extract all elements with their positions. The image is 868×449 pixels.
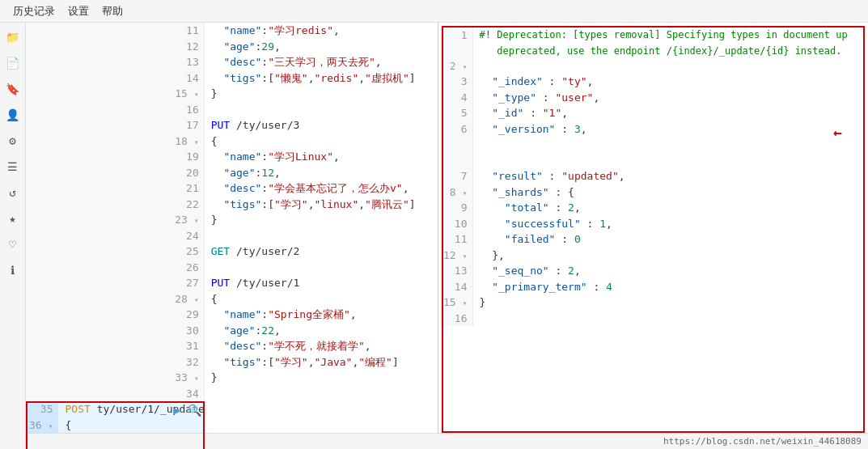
line-number: 1 <box>440 28 473 44</box>
table-row: 34 <box>26 386 438 402</box>
line-content: "successful" : 1, <box>473 216 866 232</box>
line-content: "tigs":["学习","Java","编程"] <box>205 354 438 371</box>
sidebar-icon-4[interactable]: 👤 <box>2 104 24 126</box>
line-number: 9 <box>440 200 473 216</box>
line-content: "desc":"学会基本忘记了，怎么办v", <box>205 180 438 197</box>
line-number: 12 <box>26 39 205 55</box>
line-content: "age":29, <box>205 39 438 55</box>
line-number: 11 <box>440 231 473 248</box>
line-number: 11 <box>26 23 205 39</box>
sidebar-icon-2[interactable]: 📄 <box>2 52 24 74</box>
line-content <box>205 386 438 402</box>
line-content: } <box>205 86 438 102</box>
table-row: 13 "_seq_no" : 2, <box>440 263 866 279</box>
line-content: } <box>473 294 866 311</box>
table-row: 25 GET /ty/user/2 <box>26 244 438 260</box>
table-row: 22 "tigs":["学习","linux","腾讯云"] <box>26 197 438 213</box>
line-number: 20 <box>26 165 205 181</box>
line-number: 21 <box>26 180 205 197</box>
line-number: 22 <box>26 197 205 213</box>
line-number: 35 <box>26 401 59 417</box>
code-lines-right: 1 #! Deprecation: [types removal] Specif… <box>440 28 866 326</box>
line-number: 16 <box>26 102 205 118</box>
sidebar-icon-10[interactable]: ℹ <box>2 259 24 282</box>
line-content: "desc":"学不死，就接着学", <box>205 338 438 354</box>
menu-history[interactable]: 历史记录 <box>6 2 61 20</box>
status-url: https://blog.csdn.net/weixin_44618089 <box>663 436 862 447</box>
line-content: "_shards" : { <box>473 184 866 201</box>
sidebar-icon-3[interactable]: 🔖 <box>2 78 24 100</box>
line-content: #! Deprecation: [types removal] Specifyi… <box>473 28 866 44</box>
left-editor-panel: 11 "name":"学习redis", 12 "age":29, 13 "de… <box>26 23 438 449</box>
table-row: 28 ▾ { <box>26 291 438 307</box>
line-number: 5 <box>440 105 473 121</box>
sidebar-icon-1[interactable]: 📁 <box>2 26 24 49</box>
table-row: 5 "_id" : "1", <box>440 105 866 121</box>
line-content: } <box>205 370 438 386</box>
table-row: 36 ▾ { <box>26 417 205 434</box>
menu-help[interactable]: 帮助 <box>95 2 129 20</box>
line-content: "_id" : "1", <box>473 105 866 121</box>
right-editor[interactable]: 1 #! Deprecation: [types removal] Specif… <box>438 23 868 449</box>
line-number: 17 <box>26 117 205 133</box>
table-row: 24 <box>26 228 438 244</box>
table-row: 27 PUT /ty/user/1 <box>26 275 438 291</box>
table-row: 8 ▾ "_shards" : { <box>440 184 866 201</box>
table-row: 12 ▾ }, <box>440 248 866 264</box>
table-row: 20 "age":12, <box>26 165 438 181</box>
table-row: 14 "tigs":["懒鬼","redis","虚拟机"] <box>26 70 438 87</box>
line-number: 26 <box>26 260 205 276</box>
line-content: } <box>205 212 438 228</box>
line-number: 34 <box>26 386 205 402</box>
table-row: 11 "failed" : 0 <box>440 231 866 248</box>
line-number: 15 ▾ <box>26 86 205 102</box>
line-number: 6 <box>440 121 473 169</box>
run-button[interactable]: ▶ <box>169 402 185 418</box>
search-button[interactable]: 🔍 <box>187 402 203 418</box>
table-row: 33 ▾ } <box>26 370 438 386</box>
sidebar-icon-6[interactable]: ☰ <box>2 155 24 178</box>
line-number: 15 ▾ <box>440 294 473 311</box>
sidebar-icon-9[interactable]: ♡ <box>2 233 24 256</box>
table-row: 29 "name":"Spring全家桶", <box>26 307 438 323</box>
table-row: 3 "_index" : "ty", <box>440 74 866 90</box>
line-content: "name":"学习redis", <box>205 23 438 39</box>
menu-settings[interactable]: 设置 <box>61 2 95 20</box>
line-number: 2 ▾ <box>440 58 473 74</box>
left-editor[interactable]: 11 "name":"学习redis", 12 "age":29, 13 "de… <box>26 23 438 449</box>
line-number: 13 <box>440 263 473 279</box>
line-content <box>473 58 866 74</box>
table-row: 1 #! Deprecation: [types removal] Specif… <box>440 28 866 44</box>
line-number: 32 <box>26 354 205 371</box>
code-lines-left: 11 "name":"学习redis", 12 "age":29, 13 "de… <box>26 23 438 449</box>
line-number: 13 <box>26 54 205 70</box>
line-number: 23 ▾ <box>26 212 205 228</box>
menubar: 历史记录 设置 帮助 <box>0 0 868 23</box>
line-number: 30 <box>26 323 205 339</box>
table-row: 10 "successful" : 1, <box>440 216 866 232</box>
line-content <box>205 228 438 244</box>
line-number: 18 ▾ <box>26 133 205 150</box>
line-content: "age":22, <box>205 323 438 339</box>
sidebar-icon-5[interactable]: ⚙ <box>2 129 24 152</box>
table-row: 17 PUT /ty/user/3 <box>26 117 438 133</box>
line-content: "failed" : 0 <box>473 231 866 248</box>
line-content: GET /ty/user/2 <box>205 244 438 260</box>
table-row: 4 "_type" : "user", <box>440 90 866 106</box>
line-content: "tigs":["学习","linux","腾讯云"] <box>205 197 438 213</box>
table-row: 30 "age":22, <box>26 323 438 339</box>
line-content: { <box>59 417 205 434</box>
table-row: 2 ▾ <box>440 58 866 74</box>
table-row: 32 "tigs":["学习","Java","编程"] <box>26 354 438 371</box>
table-row: 16 <box>26 102 438 118</box>
sidebar-icon-7[interactable]: ↺ <box>2 181 24 204</box>
statusbar: https://blog.csdn.net/weixin_44618089 <box>26 433 868 449</box>
line-content: "name":"学习Linux", <box>205 149 438 165</box>
line-content: "_index" : "ty", <box>473 74 866 90</box>
table-row: 31 "desc":"学不死，就接着学", <box>26 338 438 354</box>
sidebar-icon-8[interactable]: ★ <box>2 207 24 230</box>
line-content: PUT /ty/user/3 <box>205 117 438 133</box>
line-content <box>473 311 866 327</box>
line-number: 28 ▾ <box>26 291 205 307</box>
line-number: 29 <box>26 307 205 323</box>
